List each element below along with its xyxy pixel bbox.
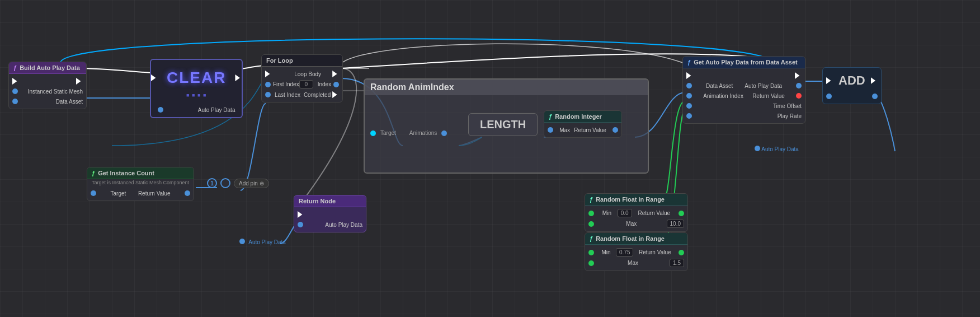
gadd-time-offset-pin — [686, 103, 692, 109]
gadd-data-asset-pin — [686, 83, 692, 88]
value-1: 1 — [207, 178, 217, 188]
comment-title: Random AnimIndex — [365, 80, 648, 95]
add-label: ADD — [833, 71, 871, 90]
for-loop-title: For Loop — [266, 57, 293, 64]
rf2-min-pin — [588, 250, 594, 255]
get-instance-count-title: Get Instance Count — [98, 170, 154, 176]
auto-play-data-label-1: Auto Play Data — [239, 239, 286, 245]
add-exec-out — [871, 77, 878, 84]
add-pin-circle[interactable] — [220, 178, 230, 188]
for-loop-header: For Loop — [262, 55, 342, 67]
length-label: LENGTH — [469, 114, 537, 136]
gic-return-pin — [185, 190, 190, 196]
rf2-return-pin — [679, 250, 684, 255]
return-node-header: Return Node — [294, 195, 366, 207]
fl-index-pin — [333, 82, 339, 87]
gadd-play-rate-pin — [686, 113, 692, 119]
fl-loop-body-pin — [332, 71, 339, 77]
rf1-title: Random Float in Range — [596, 196, 665, 203]
build-auto-play-data-header: ƒ Build Auto Play Data — [9, 62, 86, 74]
rf2-title: Random Float in Range — [596, 235, 665, 242]
add-exec-in — [826, 77, 833, 84]
clear-exec-out — [235, 74, 242, 81]
instanced-static-mesh-pin — [12, 88, 18, 94]
rf1-min-pin — [588, 211, 594, 216]
animations-pin — [441, 130, 447, 136]
target-pin — [370, 130, 376, 136]
fl-completed-pin — [332, 91, 339, 98]
gadd-exec-in — [686, 72, 693, 79]
animations-label: Animations — [409, 130, 437, 136]
add-input-pin — [826, 94, 832, 99]
ri-return-pin — [613, 127, 618, 133]
gadd-return-pin — [796, 93, 802, 99]
return-node: Return Node Auto Play Data — [294, 195, 366, 232]
gadd-header: ƒ Get Auto Play Data from Data Asset — [683, 57, 805, 68]
func-icon: ƒ — [13, 64, 17, 71]
build-auto-play-data-node: ƒ Build Auto Play Data Instanced Static … — [8, 62, 87, 109]
gadd-title: Get Auto Play Data from Data Asset — [694, 59, 798, 66]
rf1-header: ƒ Random Float in Range — [585, 194, 687, 206]
random-anim-index-comment: Random AnimIndex Target Animations LENGT… — [364, 78, 649, 174]
random-integer-header: ƒ Random Integer — [544, 111, 621, 123]
random-float-2-node: ƒ Random Float in Range Min 0.75 Return … — [585, 232, 688, 271]
fl-last-index-pin — [265, 92, 271, 97]
auto-play-data-label-2: Auto Play Data — [752, 146, 799, 152]
gadd-anim-index-pin — [686, 93, 692, 99]
rf1-max-pin — [588, 221, 594, 227]
return-node-title: Return Node — [299, 198, 336, 204]
rn-exec-in — [298, 211, 304, 218]
clear-node: CLEAR ■ ■ ■ ■ Auto Play Data — [150, 59, 243, 118]
rn-auto-play-pin — [298, 222, 303, 227]
add-output-pin — [872, 94, 878, 99]
rf1-return-pin — [679, 211, 684, 216]
gadd-exec-out — [795, 72, 802, 79]
add-node: ADD — [822, 67, 882, 104]
ri-max-pin — [548, 127, 553, 133]
add-pin-area: 1 Add pin ⊕ — [207, 178, 269, 188]
get-auto-play-data-node: ƒ Get Auto Play Data from Data Asset Dat… — [682, 56, 805, 124]
fl-exec-in — [265, 71, 272, 77]
exec-out-pin — [76, 78, 83, 85]
length-node: LENGTH — [468, 113, 538, 136]
clear-label: CLEAR — [158, 64, 235, 91]
build-auto-play-data-title: Build Auto Play Data — [20, 64, 80, 71]
clear-input-pin — [158, 107, 163, 113]
random-float-1-node: ƒ Random Float in Range Min 0.0 Return V… — [585, 193, 688, 232]
gadd-auto-play-out-pin — [796, 83, 802, 88]
data-asset-pin — [12, 99, 18, 104]
add-pin-button[interactable]: Add pin ⊕ — [234, 179, 269, 188]
get-instance-count-header: ƒ Get Instance Count — [87, 167, 194, 179]
get-instance-count-node: ƒ Get Instance Count Target is Instanced… — [87, 167, 194, 201]
for-loop-node: For Loop Loop Body First Index 0 Index L… — [261, 54, 343, 102]
get-instance-count-subtitle: Target is Instanced Static Mesh Componen… — [87, 179, 194, 186]
gic-target-pin — [91, 190, 96, 196]
clear-exec-in — [151, 74, 158, 81]
rf2-header: ƒ Random Float in Range — [585, 233, 687, 245]
exec-in-pin — [12, 78, 19, 85]
target-label: Target — [380, 130, 396, 136]
rf2-max-pin — [588, 260, 594, 266]
random-integer-title: Random Integer — [555, 113, 602, 120]
random-integer-node: ƒ Random Integer Max Return Value — [544, 110, 622, 138]
fl-first-index-pin — [265, 82, 271, 87]
